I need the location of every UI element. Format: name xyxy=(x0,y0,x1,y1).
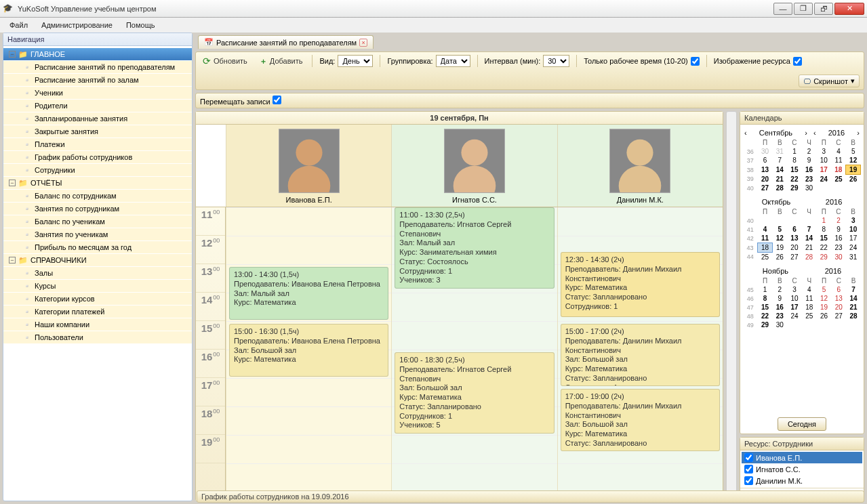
menu-help[interactable]: Помощь xyxy=(121,20,161,30)
calendar-day[interactable]: 9 xyxy=(773,294,788,303)
calendar-day[interactable]: 20 xyxy=(787,243,802,253)
calendar-day[interactable]: 21 xyxy=(802,243,817,253)
calendar-day[interactable]: 29 xyxy=(787,184,802,192)
nav-item[interactable]: ▫️Ученики xyxy=(3,87,192,99)
nav-item[interactable]: ▫️Запланированные занятия xyxy=(3,112,192,125)
calendar-day[interactable]: 6 xyxy=(787,225,802,234)
appointment[interactable]: 15:00 - 16:30 (1,5ч)Преподаватель: Ивано… xyxy=(229,324,388,377)
calendar-day[interactable]: 7 xyxy=(802,225,817,234)
calendar-day[interactable]: 15 xyxy=(787,165,802,175)
calendar-day[interactable]: 27 xyxy=(787,253,802,262)
calendar-day[interactable]: 22 xyxy=(787,175,802,184)
calendar-day[interactable]: 20 xyxy=(832,303,847,312)
nav-item[interactable]: ▫️Расписание занятий по преподавателям xyxy=(3,61,192,73)
schedule-body[interactable]: 11001200130014001500160017001800190013:0… xyxy=(196,207,723,501)
calendar-day[interactable]: 30 xyxy=(802,184,817,192)
calendar-day[interactable]: 1 xyxy=(816,216,831,225)
appointment[interactable]: 12:30 - 14:30 (2ч)Преподаватель: Данилин… xyxy=(561,252,720,317)
calendar-day[interactable]: 8 xyxy=(816,225,831,234)
calendar-day[interactable]: 14 xyxy=(846,294,861,303)
calendar-day[interactable]: 1 xyxy=(758,285,773,294)
calendar-day[interactable]: 15 xyxy=(816,234,831,243)
calendar-day[interactable]: 3 xyxy=(787,285,802,294)
calendar-day[interactable]: 16 xyxy=(802,165,817,175)
move-records-check[interactable]: Перемещать записи xyxy=(200,96,281,106)
calendar-day[interactable]: 30 xyxy=(773,320,788,329)
calendar-day[interactable]: 22 xyxy=(816,243,831,253)
close-button[interactable]: ✕ xyxy=(834,3,864,15)
calendar-day[interactable]: 15 xyxy=(758,303,773,312)
appointment[interactable]: 15:00 - 17:00 (2ч)Преподаватель: Данилин… xyxy=(561,324,720,386)
calendar-day[interactable]: 25 xyxy=(802,312,817,320)
calendar-day[interactable]: 18 xyxy=(758,243,773,253)
calendar-day[interactable]: 23 xyxy=(831,243,846,253)
calendar-day[interactable]: 2 xyxy=(831,216,846,225)
calendar-day[interactable]: 18 xyxy=(802,303,817,312)
calendar-stack[interactable]: ‹Сентябрь› ‹2016›ПВСЧПСВ3630311234537678… xyxy=(740,125,864,415)
cal-next[interactable]: › xyxy=(857,129,860,137)
calendar-day[interactable]: 22 xyxy=(758,312,773,320)
nav-item[interactable]: ▫️Баланс по ученикам xyxy=(3,215,192,228)
group-select[interactable]: Дата xyxy=(436,55,470,67)
calendar-day[interactable]: 17 xyxy=(787,303,802,312)
calendar-day[interactable]: 20 xyxy=(758,175,773,184)
cal-prev[interactable]: ‹ xyxy=(744,129,747,137)
calendar-day[interactable]: 2 xyxy=(802,147,817,156)
calendar-day[interactable]: 21 xyxy=(846,303,861,312)
interval-select[interactable]: 30 xyxy=(543,55,569,67)
calendar-day[interactable]: 29 xyxy=(758,320,773,329)
calendar-day[interactable]: 10 xyxy=(846,225,861,234)
nav-item[interactable]: ▫️Занятия по ученикам xyxy=(3,228,192,240)
resource-item[interactable]: Данилин М.К. xyxy=(742,475,862,486)
calendar-day[interactable]: 11 xyxy=(831,156,846,165)
calendar-day[interactable]: 3 xyxy=(846,216,861,225)
calendar-day[interactable]: 23 xyxy=(773,312,788,320)
calendar-day[interactable]: 13 xyxy=(758,165,773,175)
add-button[interactable]: Добавить xyxy=(257,55,306,68)
calendar-day[interactable]: 27 xyxy=(758,184,773,192)
nav-item[interactable]: ▫️Родители xyxy=(3,100,192,112)
calendar-day[interactable]: 17 xyxy=(816,165,831,175)
calendar-day[interactable]: 16 xyxy=(773,303,788,312)
resource-header[interactable]: Иванова Е.П. xyxy=(226,125,391,207)
calendar-day[interactable]: 28 xyxy=(802,253,817,262)
calendar-day[interactable]: 10 xyxy=(816,156,831,165)
calendar-day[interactable]: 25 xyxy=(758,253,773,262)
nav-item[interactable]: ▫️Категории платежей xyxy=(3,306,192,318)
nav-item[interactable]: ▫️Наши компании xyxy=(3,318,192,331)
resources-list[interactable]: Иванова Е.П. Игнатов С.С. Данилин М.К. xyxy=(740,450,864,488)
minimize-button[interactable]: — xyxy=(773,3,792,15)
nav-item[interactable]: ▫️Категории курсов xyxy=(3,293,192,305)
refresh-button[interactable]: Обновить xyxy=(200,54,250,68)
calendar-day[interactable]: 4 xyxy=(802,285,817,294)
nav-tree[interactable]: −📁ГЛАВНОЕ▫️Расписание занятий по препода… xyxy=(3,46,192,501)
calendar-day[interactable]: 14 xyxy=(772,165,787,175)
calendar-day[interactable]: 14 xyxy=(802,234,817,243)
calendar-day[interactable]: 28 xyxy=(846,312,861,320)
calendar-day[interactable]: 9 xyxy=(802,156,817,165)
calendar-day[interactable]: 19 xyxy=(846,165,861,175)
calendar-day[interactable]: 12 xyxy=(817,294,832,303)
calendar-day[interactable]: 23 xyxy=(802,175,817,184)
calendar-day[interactable]: 5 xyxy=(817,285,832,294)
resource-item[interactable]: Игнатов С.С. xyxy=(742,463,862,475)
nav-item[interactable]: ▫️Залы xyxy=(3,267,192,279)
calendar-day[interactable]: 3 xyxy=(816,147,831,156)
screenshot-button[interactable]: Скриншот ▾ xyxy=(799,75,860,87)
tab-schedule[interactable]: Расписание занятий по преподавателям × xyxy=(198,35,374,49)
calendar-day[interactable]: 18 xyxy=(831,165,846,175)
calendar-day[interactable]: 29 xyxy=(816,253,831,262)
calendar-day[interactable]: 24 xyxy=(816,175,831,184)
calendar-day[interactable]: 7 xyxy=(846,285,861,294)
view-select[interactable]: День xyxy=(338,55,373,67)
appointment[interactable]: 16:00 - 18:30 (2,5ч)Преподаватель: Игнат… xyxy=(395,352,554,434)
calendar-day[interactable]: 24 xyxy=(846,243,861,253)
workhours-check[interactable]: Только рабочее время (10-20) xyxy=(584,57,700,66)
calendar-day[interactable]: 17 xyxy=(846,234,861,243)
nav-group[interactable]: −📁ОТЧЁТЫ xyxy=(3,177,192,189)
resource-header[interactable]: Игнатов С.С. xyxy=(391,125,557,207)
nav-item[interactable]: ▫️Сотрудники xyxy=(3,164,192,176)
calendar-day[interactable]: 5 xyxy=(846,147,861,156)
nav-item[interactable]: ▫️График работы сотрудников xyxy=(3,151,192,163)
resimg-check[interactable]: Изображение ресурса xyxy=(714,57,802,66)
